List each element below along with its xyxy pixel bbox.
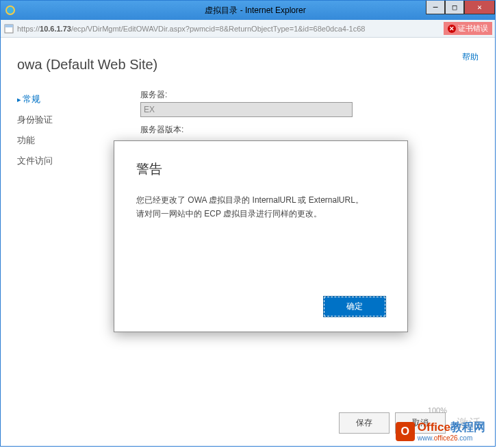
window-controls: ─ □ ✕ bbox=[426, 1, 495, 14]
url-path: /ecp/VDirMgmt/EditOWAVDir.aspx?pwmcid=8&… bbox=[71, 25, 366, 33]
wm-brand2: 教程网 bbox=[450, 421, 485, 434]
watermark-text: Office教程网 www.office26.com bbox=[418, 421, 485, 442]
server-label: 服务器: bbox=[140, 89, 479, 101]
browser-window: 虚拟目录 - Internet Explorer ─ □ ✕ https://1… bbox=[0, 0, 496, 447]
page-content: 帮助 owa (Default Web Site) 常规 身份验证 功能 文件访… bbox=[1, 38, 495, 446]
dialog-body: 您已经更改了 OWA 虚拟目录的 InternalURL 或 ExternalU… bbox=[136, 193, 385, 221]
wm-url2: office26 bbox=[434, 434, 458, 442]
sidebar-item-file-access[interactable]: 文件访问 bbox=[17, 151, 113, 171]
dialog-line1: 您已经更改了 OWA 虚拟目录的 InternalURL 或 ExternalU… bbox=[136, 193, 385, 207]
version-label: 服务器版本: bbox=[140, 124, 479, 136]
page-icon bbox=[3, 23, 14, 34]
ok-button[interactable]: 确定 bbox=[324, 297, 385, 316]
sidebar-item-features[interactable]: 功能 bbox=[17, 130, 113, 151]
page-title: owa (Default Web Site) bbox=[17, 57, 479, 73]
watermark: O Office教程网 www.office26.com bbox=[396, 421, 485, 442]
url-host: 10.6.1.73 bbox=[40, 25, 71, 33]
version-group: 服务器版本: bbox=[140, 124, 479, 136]
watermark-icon: O bbox=[396, 422, 415, 441]
sidebar-item-auth[interactable]: 身份验证 bbox=[17, 110, 113, 130]
save-button[interactable]: 保存 bbox=[339, 412, 390, 434]
dialog-line2: 请对同一网站中的 ECP 虚拟目录进行同样的更改。 bbox=[136, 207, 385, 221]
wm-brand1: Office bbox=[418, 421, 450, 434]
svg-rect-2 bbox=[5, 25, 13, 27]
url-protocol: https:// bbox=[17, 25, 40, 33]
close-button[interactable]: ✕ bbox=[464, 1, 495, 14]
dialog-footer: 确定 bbox=[324, 297, 385, 316]
dialog-title: 警告 bbox=[136, 160, 385, 178]
help-link[interactable]: 帮助 bbox=[462, 51, 479, 63]
titlebar[interactable]: 虚拟目录 - Internet Explorer ─ □ ✕ bbox=[1, 1, 495, 20]
cert-error-badge[interactable]: ✕ 证书错误 bbox=[444, 22, 492, 35]
server-input[interactable] bbox=[140, 102, 353, 117]
address-bar: https://10.6.1.73/ecp/VDirMgmt/EditOWAVD… bbox=[1, 20, 495, 38]
warning-dialog: 警告 您已经更改了 OWA 虚拟目录的 InternalURL 或 Extern… bbox=[114, 140, 408, 332]
cert-error-icon: ✕ bbox=[448, 25, 456, 33]
sidebar-item-general[interactable]: 常规 bbox=[17, 89, 113, 110]
svg-point-0 bbox=[6, 6, 14, 14]
minimize-button[interactable]: ─ bbox=[426, 1, 445, 14]
wm-url1: www. bbox=[418, 434, 434, 442]
cert-error-text: 证书错误 bbox=[458, 23, 488, 34]
maximize-button[interactable]: □ bbox=[445, 1, 464, 14]
wm-url3: .com bbox=[458, 434, 473, 442]
url-field[interactable]: https://10.6.1.73/ecp/VDirMgmt/EditOWAVD… bbox=[17, 25, 441, 33]
sidebar: 常规 身份验证 功能 文件访问 bbox=[17, 89, 113, 171]
ie-icon bbox=[5, 5, 16, 16]
window-title: 虚拟目录 - Internet Explorer bbox=[16, 5, 495, 16]
server-group: 服务器: bbox=[140, 89, 479, 117]
